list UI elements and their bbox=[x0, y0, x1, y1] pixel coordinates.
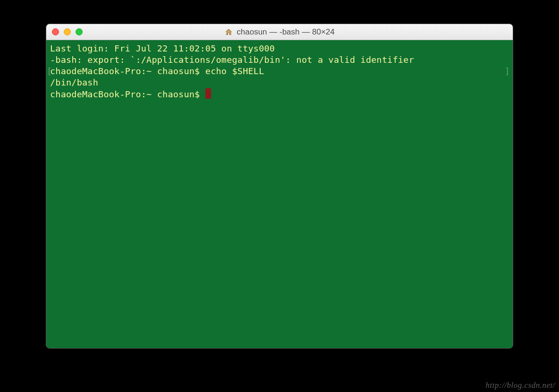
terminal-line: -bash: export: `:/Applications/omegalib/… bbox=[50, 54, 509, 66]
close-button[interactable] bbox=[52, 28, 59, 35]
terminal-line: [chaodeMacBook-Pro:~ chaosun$ echo $SHEL… bbox=[50, 66, 509, 77]
watermark-text: http://blog.csdn.net/ bbox=[486, 381, 555, 390]
shell-command: echo $SHELL bbox=[205, 66, 264, 76]
terminal-cursor bbox=[205, 88, 211, 99]
prompt-bracket-left: [ bbox=[47, 66, 52, 77]
traffic-lights bbox=[52, 28, 83, 35]
window-titlebar[interactable]: chaosun — -bash — 80×24 bbox=[46, 24, 513, 40]
terminal-window: chaosun — -bash — 80×24 Last login: Fri … bbox=[46, 24, 513, 349]
terminal-body[interactable]: Last login: Fri Jul 22 11:02:05 on ttys0… bbox=[46, 40, 513, 348]
maximize-button[interactable] bbox=[76, 28, 83, 35]
home-icon bbox=[224, 28, 233, 36]
window-title-text: chaosun — -bash — 80×24 bbox=[237, 27, 334, 37]
minimize-button[interactable] bbox=[64, 28, 71, 35]
prompt-bracket-right: ] bbox=[505, 66, 510, 77]
terminal-line: chaodeMacBook-Pro:~ chaosun$ bbox=[50, 88, 509, 100]
terminal-line: Last login: Fri Jul 22 11:02:05 on ttys0… bbox=[50, 43, 509, 54]
shell-prompt: chaodeMacBook-Pro:~ chaosun$ bbox=[50, 89, 205, 99]
window-title: chaosun — -bash — 80×24 bbox=[224, 27, 334, 37]
terminal-output: /bin/bash bbox=[50, 77, 509, 88]
shell-prompt: chaodeMacBook-Pro:~ chaosun$ bbox=[50, 66, 205, 76]
